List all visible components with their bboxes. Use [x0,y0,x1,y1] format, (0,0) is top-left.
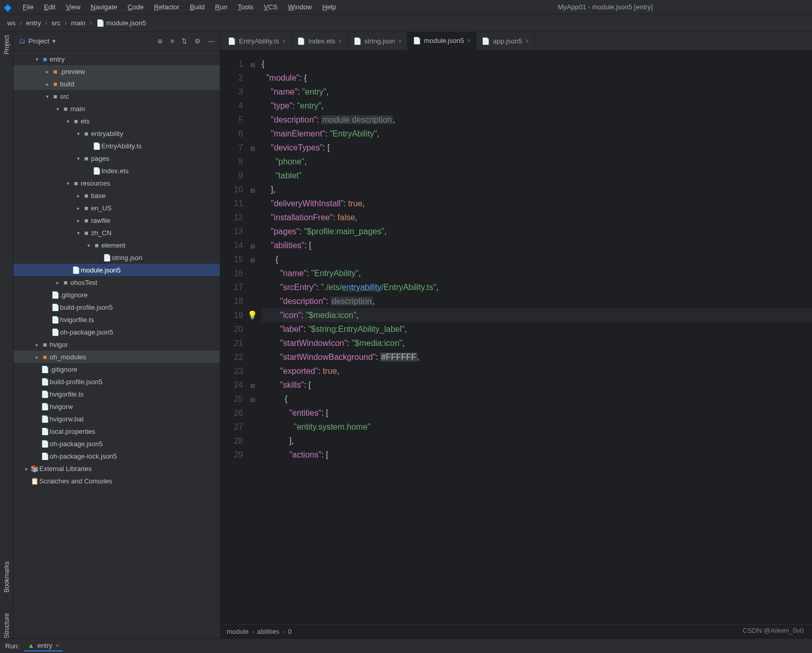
tree-row[interactable]: ▾■ ets [13,115,220,127]
menu-code[interactable]: Code [123,2,149,12]
tree-row[interactable]: 📄 local.properties [13,425,220,437]
menu-refactor[interactable]: Refactor [149,2,185,12]
tree-row[interactable]: ▸■ oh_modules [13,351,220,363]
close-icon[interactable]: × [467,37,471,44]
code-line[interactable]: "entity.system.home" [262,420,812,434]
run-tab-entry[interactable]: ▲ entry × [24,641,62,651]
code-line[interactable]: "entities": [ [262,406,812,420]
close-icon[interactable]: × [55,642,59,649]
code-line[interactable]: "name": "entry", [262,85,812,99]
code-content[interactable]: { "module": { "name": "entry", "type": "… [258,51,812,624]
code-line[interactable]: "actions": [ [262,448,812,462]
close-icon[interactable]: × [525,38,529,45]
bookmarks-tool-button[interactable]: Bookmarks [3,561,10,593]
code-line[interactable]: ], [262,183,812,196]
code-line[interactable]: "abilities": [ [262,238,812,252]
fold-icon[interactable]: ⊟ [250,397,255,403]
code-line[interactable]: "installationFree": false, [262,210,812,224]
collapse-all-icon[interactable]: ⇅ [182,37,187,45]
editor-tab[interactable]: 📄app.json5× [476,32,534,50]
menu-file[interactable]: File [18,2,39,12]
tree-row[interactable]: ▸📚 External Libraries [13,462,220,475]
tree-row[interactable]: ▾■ src [13,90,220,102]
code-line[interactable]: "description": description, [262,294,812,308]
code-line[interactable]: "pages": "$profile:main_pages", [262,224,812,238]
tree-twisty-icon[interactable]: ▸ [33,354,40,360]
structure-crumb[interactable]: 0 [288,628,292,635]
breadcrumb-item[interactable]: entry [24,18,43,28]
chevron-down-icon[interactable]: ▾ [52,37,56,45]
code-line[interactable]: "deliveryWithInstall": true, [262,196,812,210]
tree-twisty-icon[interactable]: ▸ [43,69,51,74]
tree-row[interactable]: ▾■ main [13,102,220,115]
tree-row[interactable]: ▸■ ohosTest [13,276,220,288]
fold-gutter[interactable]: ⊟⊟⊟⊟⊟💡⊟⊟ [247,51,258,624]
structure-crumb[interactable]: module [227,628,249,635]
code-line[interactable]: "type": "entry", [262,99,812,113]
tree-twisty-icon[interactable]: ▾ [74,131,82,136]
expand-all-icon[interactable]: ≡ [170,37,174,45]
fold-icon[interactable]: ⊟ [250,383,255,389]
code-line[interactable]: "module": { [262,71,812,85]
editor-tab[interactable]: 📄Index.ets× [292,32,348,50]
tree-twisty-icon[interactable]: ▸ [23,466,30,472]
tree-row[interactable]: ▸■ .preview [13,65,220,78]
tree-row[interactable]: 📄 Index.ets [13,164,220,177]
tree-twisty-icon[interactable]: ▾ [43,94,51,99]
code-line[interactable]: "startWindowIcon": "$media:icon", [262,336,812,350]
code-line[interactable]: { [262,252,812,266]
code-line[interactable]: { [262,392,812,406]
code-line[interactable]: { [262,57,812,71]
hide-panel-icon[interactable]: — [208,37,215,45]
project-view-selector[interactable]: Project [28,37,49,45]
breadcrumb-item[interactable]: src [49,18,62,28]
tree-twisty-icon[interactable]: ▸ [74,193,82,199]
tree-twisty-icon[interactable]: ▾ [64,180,71,186]
menu-navigate[interactable]: Navigate [85,2,122,12]
tree-row[interactable]: ▸■ build [13,78,220,90]
tree-row[interactable]: 📄 build-profile.json5 [13,301,220,313]
tree-twisty-icon[interactable]: ▸ [54,280,61,285]
tree-twisty-icon[interactable]: ▾ [64,118,71,124]
code-line[interactable]: "srcEntry": "./ets/entryability/EntryAbi… [262,280,812,294]
tree-row[interactable]: ▸■ en_US [13,202,220,214]
editor-tab[interactable]: 📄EntryAbility.ts× [222,32,292,50]
tree-twisty-icon[interactable]: ▸ [33,342,40,347]
tree-row[interactable]: 📄 .gitignore [13,288,220,301]
tree-row[interactable]: 📄 hvigorfile.ts [13,313,220,326]
code-line[interactable]: "name": "EntryAbility", [262,266,812,280]
tree-row[interactable]: 📄 hvigorw [13,400,220,413]
project-tree[interactable]: ▾■ entry▸■ .preview▸■ build▾■ src▾■ main… [13,51,220,639]
bulb-icon[interactable]: 💡 [247,311,258,320]
breadcrumb-item[interactable]: main [69,18,87,28]
code-line[interactable]: "exported": true, [262,364,812,378]
close-icon[interactable]: × [282,38,286,45]
fold-icon[interactable]: ⊟ [250,187,255,193]
code-line[interactable]: "skills": [ [262,378,812,392]
tree-twisty-icon[interactable]: ▸ [74,205,82,211]
tree-twisty-icon[interactable]: ▾ [85,242,92,248]
tree-row[interactable]: ▸■ rawfile [13,214,220,226]
fold-icon[interactable]: ⊟ [250,62,255,68]
menu-run[interactable]: Run [210,2,233,12]
tree-row[interactable]: 📄 oh-package-lock.json5 [13,450,220,462]
structure-crumb[interactable]: abilities [257,628,279,635]
breadcrumb-item[interactable]: ws [5,18,18,28]
tree-twisty-icon[interactable]: ▸ [43,81,51,87]
structure-breadcrumb[interactable]: module›abilities›0 [220,624,812,639]
menu-build[interactable]: Build [185,2,210,12]
code-line[interactable]: "icon": "$media:icon", [262,308,812,322]
tree-row[interactable]: ▸■ base [13,189,220,202]
tree-twisty-icon[interactable]: ▾ [74,230,82,236]
menu-help[interactable]: Help [317,2,341,12]
structure-tool-button[interactable]: Structure [3,613,10,639]
code-line[interactable]: "phone", [262,155,812,169]
tree-row[interactable]: 📄 EntryAbility.ts [13,140,220,152]
close-icon[interactable]: × [398,38,402,45]
tree-twisty-icon[interactable]: ▾ [54,106,61,112]
menu-edit[interactable]: Edit [39,2,61,12]
code-line[interactable]: "mainElement": "EntryAbility", [262,127,812,141]
tree-row[interactable]: ▾■ entryability [13,127,220,140]
tree-row[interactable]: ▾■ entry [13,53,220,65]
tree-row[interactable]: 📄 oh-package.json5 [13,326,220,338]
